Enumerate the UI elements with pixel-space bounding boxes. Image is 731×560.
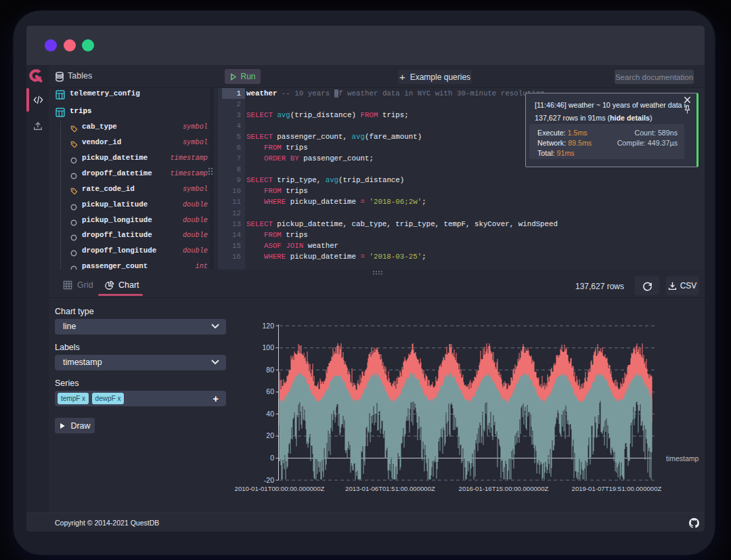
svg-text:2016-01-16T15:00:00.000000Z: 2016-01-16T15:00:00.000000Z <box>459 485 549 492</box>
svg-text:120: 120 <box>262 322 274 330</box>
svg-text:2010-01-01T00:00:00.000000Z: 2010-01-01T00:00:00.000000Z <box>235 485 325 492</box>
svg-text:80: 80 <box>266 366 274 374</box>
svg-text:100: 100 <box>262 343 274 351</box>
svg-text:60: 60 <box>266 387 274 395</box>
svg-text:2013-01-06T01:51:00.000000Z: 2013-01-06T01:51:00.000000Z <box>345 485 435 492</box>
svg-text:20: 20 <box>266 431 274 439</box>
svg-text:timestamp: timestamp <box>666 454 699 462</box>
svg-text:0: 0 <box>270 454 274 462</box>
svg-text:40: 40 <box>266 410 274 418</box>
svg-text:-20: -20 <box>264 476 274 484</box>
svg-text:2019-01-07T19:51:00.000000Z: 2019-01-07T19:51:00.000000Z <box>572 485 662 492</box>
